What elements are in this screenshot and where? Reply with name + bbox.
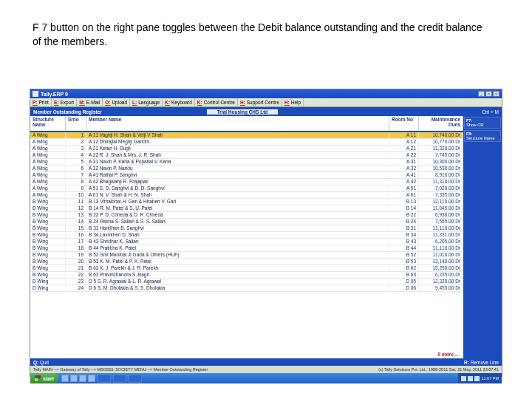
toolbar-support-centre[interactable]: H:Support Centre <box>238 98 282 106</box>
quick-launch-icon[interactable] <box>61 375 69 382</box>
taskbar-task[interactable] <box>113 375 126 383</box>
cell-srno: 20 <box>66 259 86 265</box>
toolbar-control-centre[interactable]: K:Control Centre <box>195 98 238 106</box>
cell-maintenance: 13,140.00 Dr <box>419 259 463 265</box>
table-row[interactable]: A Wing4A 22 R. J. Shah & Mrs. J. R. Shah… <box>30 152 463 159</box>
table-row[interactable]: A Wing10A 61 N. V. Shah & H. N. ShahA 61… <box>30 192 463 199</box>
cell-room: B 13 <box>389 199 419 205</box>
table-row[interactable]: A Wing7A 41 Ratilal P. SanghviA 418,910.… <box>30 172 463 179</box>
quick-launch-icon[interactable] <box>79 375 86 382</box>
cell-member: A 51 S. D. Sanghvi & D. D. Sanghvi <box>86 185 389 191</box>
sidepane-f8-structure[interactable]: F8:Structure Name <box>464 130 501 142</box>
cell-room: A 32 <box>389 166 419 171</box>
table-row[interactable]: B Wing14B 24 Rekha S. Salian & S. S. Sal… <box>30 219 463 225</box>
table-row[interactable]: B Wing13B 22 P. D. Chheda & D. R. Chheda… <box>30 212 463 219</box>
cell-srno: 19 <box>66 252 86 258</box>
cell-room: A 22 <box>389 152 419 158</box>
toolbar-email[interactable]: M:E-Mail <box>77 98 103 106</box>
minimize-button[interactable]: _ <box>478 91 485 97</box>
app-icon <box>33 91 38 97</box>
cell-maintenance: 6,930.00 Dr <box>419 212 463 218</box>
start-button[interactable]: start <box>30 373 58 383</box>
cell-room: B 44 <box>389 245 419 251</box>
table-row[interactable]: B Wing16B 34 Laxmiben D. ShahB 3411,331.… <box>30 232 463 239</box>
cell-srno: 9 <box>66 185 86 191</box>
table-row[interactable]: A Wing5A 31 Navin P. Karia & Popatlal V.… <box>30 159 463 166</box>
cell-srno: 8 <box>66 179 86 185</box>
cell-structure: A Wing <box>30 159 66 165</box>
cell-structure: B Wing <box>30 252 66 258</box>
bottom-remove-line[interactable]: R: Remove Line <box>464 360 499 365</box>
taskbar-task[interactable] <box>98 375 111 383</box>
table-row[interactable]: A Wing9A 51 S. D. Sanghvi & D. D. Sanghv… <box>30 185 463 192</box>
tray-icon[interactable] <box>461 376 466 381</box>
taskbar-task[interactable] <box>129 375 142 383</box>
cell-member: B 53 K. M. Patel & P. K. Patel <box>86 259 389 265</box>
close-button[interactable]: × <box>493 91 499 97</box>
cell-maintenance: 11,110.00 Dr <box>419 225 463 231</box>
table-row[interactable]: D Wing23D 5 S. R. Agrawal & L. R. Agrawa… <box>30 279 463 285</box>
table-row[interactable]: B Wing22B 63 Pravinchandra S. BagliB 636… <box>30 272 463 279</box>
table-row[interactable]: B Wing21B 62 K. J. Parekh & J. R. Parekh… <box>30 265 463 272</box>
cell-structure: B Wing <box>30 245 66 251</box>
more-indicator[interactable]: 5 more ... <box>30 351 463 358</box>
table-row[interactable]: B Wing19B 52 Smt Manibai Ji Gada & Other… <box>30 252 463 259</box>
cell-maintenance: 8,910.00 Dr <box>419 172 463 178</box>
cell-member: B 52 Smt Manibai Ji Gada & Others (HUF) <box>86 252 389 258</box>
cell-member: A 61 N. V. Shah & H. N. Shah <box>86 192 389 198</box>
quick-launch-icon[interactable] <box>88 375 95 382</box>
sidepane-f7-show-cr[interactable]: F7:Show CR <box>464 117 501 129</box>
cell-maintenance: 15,290.00 Dr <box>419 265 463 271</box>
cell-srno: 17 <box>66 239 86 245</box>
cell-structure: B Wing <box>30 232 66 238</box>
toolbar-export[interactable]: E:Export <box>52 98 77 106</box>
table-row[interactable]: A Wing2A 12 Dhirajlal Meghji GandhiA 121… <box>30 139 463 146</box>
col-structure: Structure Name <box>30 116 66 131</box>
table-row[interactable]: A Wing6A 32 Navin P. NanduA 3210,530.00 … <box>30 166 463 172</box>
task-buttons <box>95 375 142 383</box>
col-room: Room No <box>389 116 419 131</box>
cell-room: B 22 <box>389 212 419 218</box>
cell-srno: 15 <box>66 225 86 231</box>
cell-member: B 43 Shridhar K. Salian <box>86 239 389 245</box>
cell-room: B 53 <box>389 259 419 265</box>
report-content: Structure Name Srno Member Name Room No … <box>30 116 463 358</box>
cell-room: A 31 <box>389 159 419 165</box>
cell-structure: B Wing <box>30 219 66 225</box>
toolbar: P:Print E:Export M:E-Mail O:Upload L:Lan… <box>30 98 502 107</box>
cell-structure: B Wing <box>30 212 66 218</box>
table-row[interactable]: B Wing11B 13 Vithalbhai H. Gari & Hirabe… <box>30 199 463 205</box>
maximize-button[interactable]: □ <box>485 91 492 97</box>
toolbar-help[interactable]: H:Help <box>282 98 304 106</box>
cell-srno: 6 <box>66 166 86 171</box>
table-row[interactable]: D Wing24D 6 S. M. Dholakia & S. S. Dhola… <box>30 285 463 292</box>
table-row[interactable]: B Wing18B 44 Pratibha K. PatelB 4411,110… <box>30 245 463 252</box>
table-row[interactable]: B Wing17B 43 Shridhar K. SalianB 436,205… <box>30 239 463 245</box>
toolbar-language[interactable]: L:Language <box>130 98 163 106</box>
table-row[interactable]: B Wing15B 31 Haridhan B. SanghviB 3111,1… <box>30 225 463 232</box>
table-row[interactable]: B Wing12B 14 R. M. Patel & S. U. PatelB … <box>30 205 463 212</box>
cell-srno: 10 <box>66 192 86 198</box>
quick-launch <box>61 375 95 382</box>
quick-launch-icon[interactable] <box>70 375 78 382</box>
report-header: Member Outstanding Register Trial Housin… <box>30 107 502 116</box>
table-row[interactable]: A Wing3A 21 Ketan H. DugliA 2111,320.00 … <box>30 146 463 152</box>
cell-room: B 14 <box>389 205 419 211</box>
cell-member: A 22 R. J. Shah & Mrs. J. R. Shah <box>86 152 389 158</box>
cell-structure: D Wing <box>30 285 66 291</box>
cell-srno: 18 <box>66 245 86 251</box>
table-row[interactable]: B Wing20B 53 K. M. Patel & P. K. PatelB … <box>30 259 463 265</box>
tray-icon[interactable] <box>474 376 480 381</box>
system-tray[interactable]: 11:07 PM <box>458 373 502 383</box>
cell-member: B 34 Laxmiben D. Shah <box>86 232 389 238</box>
toolbar-print[interactable]: P:Print <box>30 98 52 106</box>
tray-icon[interactable] <box>468 376 473 381</box>
table-row[interactable]: A Wing1A 11 Vaghji H. Shah & Velji V Sha… <box>30 132 463 139</box>
toolbar-keyboard[interactable]: K:Keyboard <box>163 98 195 106</box>
cell-room: A 11 <box>389 132 419 138</box>
tally-window: Tally.ERP 9 _ □ × P:Print E:Export M:E-M… <box>30 89 502 377</box>
cell-srno: 22 <box>66 272 86 278</box>
bottom-quit[interactable]: Q: Quit <box>33 360 49 365</box>
toolbar-upload[interactable]: O:Upload <box>103 98 130 106</box>
table-row[interactable]: A Wing8A 42 Bhagwanji R. PrajapatiA 4211… <box>30 179 463 185</box>
